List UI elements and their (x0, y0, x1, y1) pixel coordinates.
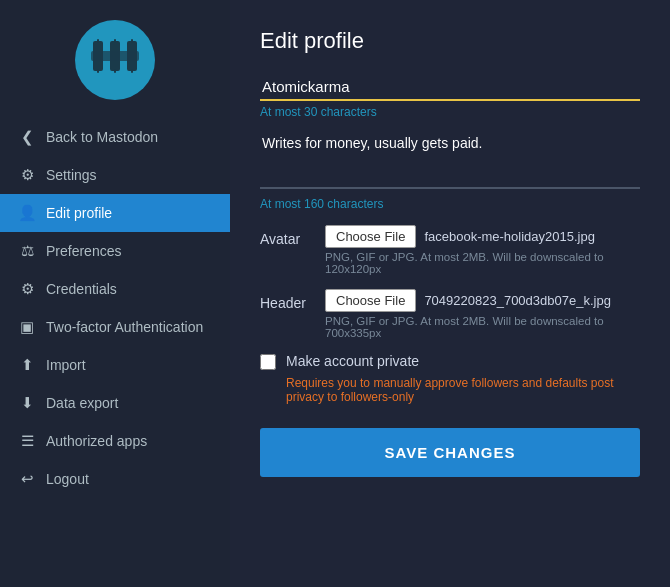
svg-rect-1 (97, 39, 99, 43)
main-content: Edit profile At most 30 characters At mo… (230, 0, 670, 587)
authorized-apps-icon: ☰ (18, 432, 36, 450)
bio-hint: At most 160 characters (260, 197, 640, 211)
mastodon-logo-icon (91, 37, 139, 84)
sidebar-item-data-export[interactable]: ⬇ Data export (0, 384, 230, 422)
sidebar-item-label-credentials: Credentials (46, 281, 117, 297)
nav-list: ❮ Back to Mastodon ⚙ Settings 👤 Edit pro… (0, 118, 230, 498)
logo (75, 20, 155, 100)
page-title: Edit profile (260, 28, 640, 54)
avatar-filename: facebook-me-holiday2015.jpg (424, 229, 595, 244)
sidebar-item-two-factor[interactable]: ▣ Two-factor Authentication (0, 308, 230, 346)
display-name-input[interactable] (260, 74, 640, 101)
sidebar-item-label-back: Back to Mastodon (46, 129, 158, 145)
sidebar-item-label-preferences: Preferences (46, 243, 121, 259)
display-name-hint: At most 30 characters (260, 105, 640, 119)
sidebar-item-preferences[interactable]: ⚖ Preferences (0, 232, 230, 270)
header-hint: PNG, GIF or JPG. At most 2MB. Will be do… (325, 315, 640, 339)
save-changes-button[interactable]: SAVE CHANGES (260, 428, 640, 477)
back-icon: ❮ (18, 128, 36, 146)
bio-input[interactable] (260, 129, 640, 189)
settings-icon: ⚙ (18, 166, 36, 184)
sidebar-item-label-data-export: Data export (46, 395, 118, 411)
bio-group: At most 160 characters (260, 129, 640, 211)
sidebar-item-settings[interactable]: ⚙ Settings (0, 156, 230, 194)
header-section: Choose File 7049220823_700d3db07e_k.jpg … (325, 289, 640, 339)
private-account-hint: Requires you to manually approve followe… (286, 376, 640, 404)
sidebar-item-label-import: Import (46, 357, 86, 373)
svg-rect-8 (131, 69, 133, 73)
private-account-label: Make account private (286, 353, 419, 369)
sidebar: ❮ Back to Mastodon ⚙ Settings 👤 Edit pro… (0, 0, 230, 587)
edit-profile-icon: 👤 (18, 204, 36, 222)
data-export-icon: ⬇ (18, 394, 36, 412)
avatar-input-row: Choose File facebook-me-holiday2015.jpg (325, 225, 640, 248)
header-label: Header (260, 289, 325, 311)
header-row: Header Choose File 7049220823_700d3db07e… (260, 289, 640, 339)
import-icon: ⬆ (18, 356, 36, 374)
avatar-label: Avatar (260, 225, 325, 247)
sidebar-item-label-logout: Logout (46, 471, 89, 487)
sidebar-item-label-two-factor: Two-factor Authentication (46, 319, 203, 335)
svg-rect-2 (97, 69, 99, 73)
sidebar-item-back[interactable]: ❮ Back to Mastodon (0, 118, 230, 156)
svg-rect-7 (131, 39, 133, 43)
avatar-row: Avatar Choose File facebook-me-holiday20… (260, 225, 640, 275)
header-filename: 7049220823_700d3db07e_k.jpg (424, 293, 611, 308)
svg-rect-9 (91, 51, 139, 61)
preferences-icon: ⚖ (18, 242, 36, 260)
private-account-checkbox[interactable] (260, 354, 276, 370)
header-choose-file-button[interactable]: Choose File (325, 289, 416, 312)
credentials-icon: ⚙ (18, 280, 36, 298)
sidebar-item-credentials[interactable]: ⚙ Credentials (0, 270, 230, 308)
sidebar-item-import[interactable]: ⬆ Import (0, 346, 230, 384)
svg-rect-5 (114, 69, 116, 73)
avatar-hint: PNG, GIF or JPG. At most 2MB. Will be do… (325, 251, 640, 275)
avatar-choose-file-button[interactable]: Choose File (325, 225, 416, 248)
svg-rect-4 (114, 39, 116, 43)
sidebar-item-logout[interactable]: ↩ Logout (0, 460, 230, 498)
logout-icon: ↩ (18, 470, 36, 488)
sidebar-item-label-edit-profile: Edit profile (46, 205, 112, 221)
sidebar-item-label-settings: Settings (46, 167, 97, 183)
sidebar-item-edit-profile[interactable]: 👤 Edit profile (0, 194, 230, 232)
header-input-row: Choose File 7049220823_700d3db07e_k.jpg (325, 289, 640, 312)
sidebar-item-authorized-apps[interactable]: ☰ Authorized apps (0, 422, 230, 460)
two-factor-icon: ▣ (18, 318, 36, 336)
private-account-row: Make account private (260, 353, 640, 370)
avatar-section: Choose File facebook-me-holiday2015.jpg … (325, 225, 640, 275)
sidebar-item-label-authorized-apps: Authorized apps (46, 433, 147, 449)
display-name-group: At most 30 characters (260, 74, 640, 119)
